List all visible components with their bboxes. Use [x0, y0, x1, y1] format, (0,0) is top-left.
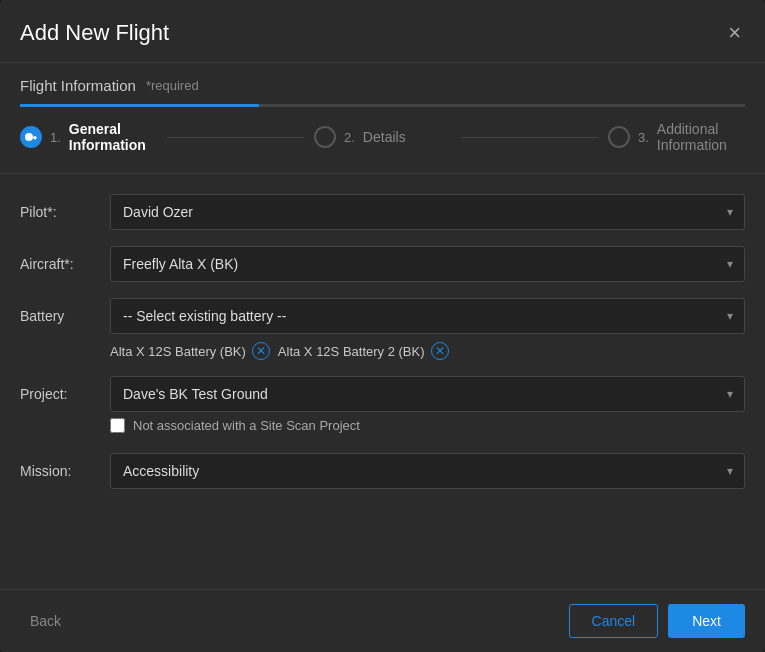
- battery-select-wrapper: -- Select existing battery -- ▾: [110, 298, 745, 334]
- step-3: 3. Additional Information: [608, 121, 745, 153]
- close-button[interactable]: ×: [724, 18, 745, 48]
- battery-label: Battery: [20, 298, 100, 324]
- step-divider-1: [167, 137, 304, 138]
- mission-select-wrapper: Accessibility ▾: [110, 453, 745, 489]
- step-1-dot: [25, 133, 33, 141]
- next-button[interactable]: Next: [668, 604, 745, 638]
- aircraft-select[interactable]: Freefly Alta X (BK): [110, 246, 745, 282]
- project-select-wrapper: Dave's BK Test Ground ▾: [110, 376, 745, 412]
- step-2-name: Details: [363, 129, 406, 145]
- mission-control-wrap: Accessibility ▾: [110, 453, 745, 489]
- form-section: Pilot*: David Ozer ▾ Aircraft*: Freefly …: [0, 174, 765, 589]
- project-row: Project: Dave's BK Test Ground ▾ Not ass…: [20, 376, 745, 437]
- battery-tag-1-label: Alta X 12S Battery (BK): [110, 344, 246, 359]
- not-associated-checkbox[interactable]: [110, 418, 125, 433]
- battery-tag-2: Alta X 12S Battery 2 (BK) ✕: [278, 342, 449, 360]
- not-associated-label: Not associated with a Site Scan Project: [133, 418, 360, 433]
- aircraft-row: Aircraft*: Freefly Alta X (BK) ▾: [20, 246, 745, 282]
- step-1: 1. General Information: [20, 121, 157, 153]
- project-label: Project:: [20, 376, 100, 402]
- battery-tag-2-remove[interactable]: ✕: [431, 342, 449, 360]
- project-select[interactable]: Dave's BK Test Ground: [110, 376, 745, 412]
- pilot-row: Pilot*: David Ozer ▾: [20, 194, 745, 230]
- flight-info-section: Flight Information *required: [0, 63, 765, 107]
- mission-row: Mission: Accessibility ▾: [20, 453, 745, 489]
- mission-select[interactable]: Accessibility: [110, 453, 745, 489]
- step-1-number: 1.: [50, 130, 61, 145]
- battery-row: Battery -- Select existing battery -- ▾ …: [20, 298, 745, 360]
- flight-info-label: Flight Information: [20, 77, 136, 94]
- not-associated-row: Not associated with a Site Scan Project: [110, 418, 745, 433]
- step-divider-2: [461, 137, 598, 138]
- footer-right: Cancel Next: [569, 604, 745, 638]
- step-3-number: 3.: [638, 130, 649, 145]
- cancel-button[interactable]: Cancel: [569, 604, 659, 638]
- step-1-circle: [20, 126, 42, 148]
- mission-label: Mission:: [20, 453, 100, 479]
- battery-tag-1: Alta X 12S Battery (BK) ✕: [110, 342, 270, 360]
- modal-footer: Back Cancel Next: [0, 589, 765, 652]
- pilot-select[interactable]: David Ozer: [110, 194, 745, 230]
- modal-header: Add New Flight ×: [0, 0, 765, 63]
- battery-tag-1-remove[interactable]: ✕: [252, 342, 270, 360]
- aircraft-label: Aircraft*:: [20, 246, 100, 272]
- back-button[interactable]: Back: [20, 605, 71, 637]
- battery-tag-2-label: Alta X 12S Battery 2 (BK): [278, 344, 425, 359]
- modal-title: Add New Flight: [20, 20, 169, 46]
- step-1-name: General Information: [69, 121, 157, 153]
- pilot-label: Pilot*:: [20, 194, 100, 220]
- project-control-wrap: Dave's BK Test Ground ▾ Not associated w…: [110, 376, 745, 437]
- aircraft-select-wrapper: Freefly Alta X (BK) ▾: [110, 246, 745, 282]
- battery-tags: Alta X 12S Battery (BK) ✕ Alta X 12S Bat…: [110, 342, 745, 360]
- step-3-circle: [608, 126, 630, 148]
- aircraft-control-wrap: Freefly Alta X (BK) ▾: [110, 246, 745, 282]
- pilot-control-wrap: David Ozer ▾: [110, 194, 745, 230]
- steps-row: 1. General Information 2. Details 3. Add…: [0, 107, 765, 174]
- flight-info-row: Flight Information *required: [20, 77, 745, 94]
- step-2: 2. Details: [314, 126, 451, 148]
- pilot-select-wrapper: David Ozer ▾: [110, 194, 745, 230]
- step-3-name: Additional Information: [657, 121, 745, 153]
- required-label: *required: [146, 78, 199, 93]
- step-2-circle: [314, 126, 336, 148]
- add-new-flight-modal: Add New Flight × Flight Information *req…: [0, 0, 765, 652]
- step-2-number: 2.: [344, 130, 355, 145]
- battery-select[interactable]: -- Select existing battery --: [110, 298, 745, 334]
- battery-control-wrap: -- Select existing battery -- ▾ Alta X 1…: [110, 298, 745, 360]
